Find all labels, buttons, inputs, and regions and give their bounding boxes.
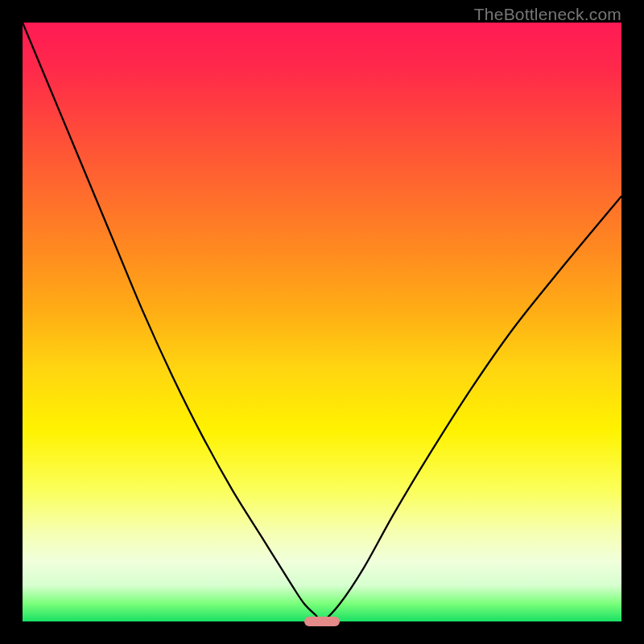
curve-svg [23, 23, 621, 621]
plot-area [23, 23, 621, 621]
curve-path [23, 23, 621, 621]
watermark-text: TheBottleneck.com [474, 5, 621, 24]
chart-frame: TheBottleneck.com [0, 0, 644, 644]
min-marker [304, 617, 341, 626]
